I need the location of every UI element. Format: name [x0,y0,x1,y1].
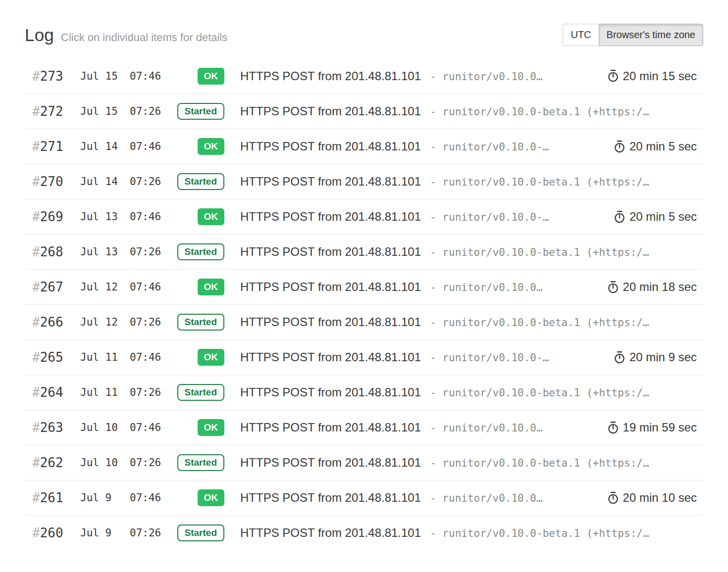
status-badge: OK [198,279,225,295]
log-row[interactable]: #267 Jul 12 07:46 OK HTTPS POST from 201… [25,269,703,304]
message-text: HTTPS POST from 201.48.81.101 [240,456,421,469]
event-duration: 20 min 10 sec [607,491,697,505]
event-date: Jul 10 [80,422,130,433]
duration-text: 20 min 10 sec [623,491,697,505]
event-number: #268 [32,244,80,259]
status-badge-cell: Started [169,384,224,401]
log-row[interactable]: #266 Jul 12 07:26 Started HTTPS POST fro… [25,304,703,339]
number-digits: 271 [40,139,63,154]
event-date: Jul 11 [80,351,130,363]
status-badge-cell: Started [169,103,224,120]
event-time: 07:26 [130,176,169,188]
user-agent-text: - runitor/v0.10.0-beta.1 (+https:/… [430,317,649,329]
number-hash: # [32,209,40,224]
number-hash: # [32,104,40,119]
event-message: HTTPS POST from 201.48.81.101- runitor/v… [240,315,697,329]
log-row[interactable]: #261 Jul 9 07:46 OK HTTPS POST from 201.… [25,480,703,515]
user-agent-text: - runitor/v0.10.0-beta.1 (+https:/… [430,106,649,118]
number-hash: # [32,139,40,154]
log-row[interactable]: #268 Jul 13 07:26 Started HTTPS POST fro… [25,234,703,269]
message-text: HTTPS POST from 201.48.81.101 [240,526,421,539]
stopwatch-icon [607,69,619,83]
status-badge-cell: Started [169,243,224,260]
event-number: #272 [32,104,80,119]
number-hash: # [32,244,40,259]
status-badge: Started [177,524,224,541]
number-hash: # [32,455,40,470]
event-date: Jul 14 [80,176,130,188]
event-time: 07:46 [130,141,169,152]
event-number: #271 [32,139,80,154]
number-hash: # [32,280,40,294]
log-row[interactable]: #262 Jul 10 07:26 Started HTTPS POST fro… [25,445,703,480]
event-message: HTTPS POST from 201.48.81.101- runitor/v… [240,175,697,189]
log-row[interactable]: #269 Jul 13 07:46 OK HTTPS POST from 201… [25,199,703,234]
event-time: 07:46 [130,492,169,504]
message-text: HTTPS POST from 201.48.81.101 [240,421,421,434]
event-date: Jul 15 [80,105,130,117]
message-text: HTTPS POST from 201.48.81.101 [240,245,421,258]
user-agent-text: - runitor/v0.10.0-… [430,141,549,153]
event-message: HTTPS POST from 201.48.81.101- runitor/v… [240,350,604,364]
number-digits: 270 [40,174,63,189]
event-duration: 20 min 5 sec [614,140,697,153]
event-time: 07:26 [130,527,169,539]
log-row[interactable]: #270 Jul 14 07:26 Started HTTPS POST fro… [25,164,703,199]
event-duration: 20 min 9 sec [614,350,697,364]
log-row[interactable]: #265 Jul 11 07:46 OK HTTPS POST from 201… [25,339,703,375]
stopwatch-icon [614,351,625,364]
event-time: 07:26 [130,316,169,328]
log-row[interactable]: #273 Jul 15 07:46 OK HTTPS POST from 201… [25,58,703,94]
event-number: #269 [32,209,80,224]
event-date: Jul 9 [80,527,130,539]
event-number: #263 [32,420,80,435]
event-message: HTTPS POST from 201.48.81.101- runitor/v… [240,491,597,505]
message-text: HTTPS POST from 201.48.81.101 [240,175,421,188]
user-agent-text: - runitor/v0.10.0-beta.1 (+https:/… [430,246,649,258]
user-agent-text: - runitor/v0.10.0-beta.1 (+https:/… [430,457,649,469]
event-message: HTTPS POST from 201.48.81.101- runitor/v… [240,280,597,294]
event-message: HTTPS POST from 201.48.81.101- runitor/v… [240,526,697,540]
utc-button[interactable]: UTC [563,24,599,46]
event-message: HTTPS POST from 201.48.81.101- runitor/v… [240,421,597,434]
stopwatch-icon [607,491,619,505]
event-date: Jul 12 [80,316,130,328]
log-row[interactable]: #260 Jul 9 07:26 Started HTTPS POST from… [25,515,703,550]
stopwatch-icon [614,210,625,224]
event-message: HTTPS POST from 201.48.81.101- runitor/v… [240,69,597,83]
number-digits: 272 [40,104,63,119]
status-badge-cell: OK [169,68,224,85]
status-badge: OK [198,68,225,85]
event-number: #264 [32,385,80,400]
number-digits: 262 [40,455,63,470]
event-number: #273 [32,69,80,84]
browser-timezone-button[interactable]: Browser's time zone [599,24,703,46]
event-duration: 19 min 59 sec [607,421,697,434]
message-text: HTTPS POST from 201.48.81.101 [240,491,421,504]
event-number: #266 [32,315,80,330]
status-badge-cell: Started [169,524,224,541]
event-time: 07:46 [130,211,169,223]
log-row[interactable]: #263 Jul 10 07:46 OK HTTPS POST from 201… [25,410,703,445]
status-badge: Started [177,384,224,401]
number-digits: 265 [40,350,63,365]
event-duration: 20 min 15 sec [607,69,697,83]
event-time: 07:26 [130,386,169,398]
status-badge-cell: OK [169,279,224,295]
user-agent-text: - runitor/v0.10.0-beta.1 (+https:/… [430,176,649,188]
number-digits: 260 [40,525,63,540]
log-row[interactable]: #264 Jul 11 07:26 Started HTTPS POST fro… [25,375,703,410]
status-badge: OK [198,419,225,436]
event-date: Jul 15 [80,70,130,82]
timezone-toggle: UTC Browser's time zone [563,24,703,46]
number-hash: # [32,315,40,330]
log-row[interactable]: #272 Jul 15 07:26 Started HTTPS POST fro… [25,94,703,129]
number-digits: 266 [40,315,63,330]
number-hash: # [32,350,40,365]
number-digits: 268 [40,244,63,259]
event-date: Jul 12 [80,281,130,293]
status-badge-cell: OK [169,349,224,366]
number-hash: # [32,174,40,189]
log-row[interactable]: #271 Jul 14 07:46 OK HTTPS POST from 201… [25,129,703,164]
number-hash: # [32,490,40,505]
